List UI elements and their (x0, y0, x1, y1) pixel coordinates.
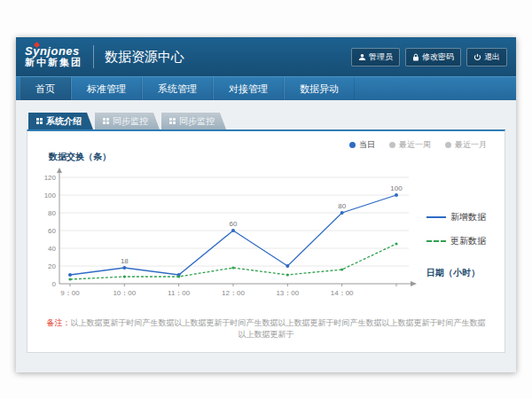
logo: Synjones 新中新集团 (25, 45, 82, 67)
tab-label: 同步监控 (179, 113, 215, 129)
logout-label: 退出 (484, 51, 500, 63)
header: Synjones 新中新集团 数据资源中心 管理员 修改密码 退出 (16, 37, 516, 76)
app-window: Synjones 新中新集团 数据资源中心 管理员 修改密码 退出 首页 标准管… (16, 37, 516, 372)
x-axis-title: 日期（小时） (426, 267, 501, 279)
svg-text:120: 120 (44, 174, 57, 182)
power-icon (473, 53, 481, 61)
y-axis-title: 数据交换（条） (49, 151, 505, 163)
tab-system-intro[interactable]: 系统介绍 (28, 113, 93, 129)
grid-icon (169, 118, 172, 121)
solid-line-icon (426, 216, 446, 218)
legend-updated-data: 更新数据 (426, 235, 501, 247)
legend-new-data: 新增数据 (426, 211, 501, 223)
lock-icon (412, 53, 419, 61)
filter-last-month[interactable]: 最近一月 (445, 139, 487, 151)
svg-text:20: 20 (48, 262, 56, 270)
tab-label: 系统介绍 (46, 113, 82, 129)
footnote: 备注：以上数据更新于时间产生数据以上数据更新于时间产生数据以上数据更新于时间产生… (27, 317, 505, 340)
change-password-label: 修改密码 (422, 51, 454, 63)
grid-icon (103, 118, 106, 121)
dashed-line-icon (426, 240, 446, 242)
nav-item-home[interactable]: 首页 (20, 77, 71, 100)
svg-text:12：00: 12：00 (222, 289, 245, 297)
main-nav: 首页 标准管理 系统管理 对接管理 数据异动 (16, 76, 516, 100)
range-filters: 当日 最近一周 最近一月 (27, 131, 505, 151)
svg-text:80: 80 (338, 202, 346, 210)
filter-label: 当日 (359, 139, 375, 151)
svg-text:10：00: 10：00 (113, 289, 136, 297)
tab-label: 同步监控 (113, 113, 148, 129)
footnote-label: 备注： (47, 318, 71, 327)
filter-label: 最近一月 (455, 139, 487, 151)
svg-text:0: 0 (52, 280, 57, 288)
legend-label: 更新数据 (450, 235, 486, 247)
content-area: 系统介绍 同步监控 同步监控 当日 最近一周 (16, 100, 516, 372)
logout-button[interactable]: 退出 (466, 48, 507, 66)
dot-icon (445, 142, 451, 148)
dot-icon (349, 142, 356, 148)
nav-item-standard-mgmt[interactable]: 标准管理 (71, 77, 142, 100)
chart-legend: 新增数据 更新数据 日期（小时） (426, 165, 501, 314)
admin-user-label: 管理员 (369, 51, 393, 63)
tab-bar: 系统介绍 同步监控 同步监控 (27, 113, 505, 129)
line-chart: 0204060801001209：0010：0011：0012：0013：001… (33, 165, 426, 314)
filter-today[interactable]: 当日 (349, 139, 375, 151)
filter-last-week[interactable]: 最近一周 (389, 139, 431, 151)
svg-text:60: 60 (48, 227, 56, 235)
user-icon (358, 53, 366, 61)
change-password-button[interactable]: 修改密码 (405, 48, 461, 66)
svg-text:80: 80 (48, 209, 56, 217)
tab-sync-monitor-2[interactable]: 同步监控 (161, 113, 226, 129)
chart-panel: 当日 最近一周 最近一月 数据交换（条） 0204060801001209：00… (27, 129, 505, 353)
nav-item-connect-mgmt[interactable]: 对接管理 (213, 77, 284, 100)
svg-text:100: 100 (390, 184, 403, 192)
svg-text:60: 60 (230, 220, 238, 228)
app-title: 数据资源中心 (105, 49, 184, 66)
footnote-text: 以上数据更新于时间产生数据以上数据更新于时间产生数据以上数据更新于时间产生数据以… (71, 318, 486, 339)
svg-text:11：00: 11：00 (168, 289, 191, 297)
filter-label: 最近一周 (399, 139, 431, 151)
svg-text:40: 40 (48, 245, 56, 253)
nav-item-data-change[interactable]: 数据异动 (284, 77, 355, 100)
svg-text:13：00: 13：00 (276, 289, 299, 297)
svg-text:9：00: 9：00 (60, 289, 80, 297)
header-divider (93, 45, 94, 68)
grid-icon (36, 118, 39, 121)
logo-subtitle: 新中新集团 (25, 58, 82, 68)
svg-text:100: 100 (44, 192, 57, 200)
svg-text:14：00: 14：00 (331, 289, 354, 297)
svg-text:18: 18 (121, 257, 129, 265)
legend-label: 新增数据 (450, 211, 486, 223)
nav-item-system-mgmt[interactable]: 系统管理 (142, 77, 213, 100)
tab-sync-monitor-1[interactable]: 同步监控 (95, 113, 160, 129)
admin-user-button[interactable]: 管理员 (351, 48, 400, 66)
logo-text: Synjones (25, 45, 82, 58)
chart-row: 0204060801001209：0010：0011：0012：0013：001… (27, 165, 505, 314)
dot-icon (389, 142, 395, 148)
